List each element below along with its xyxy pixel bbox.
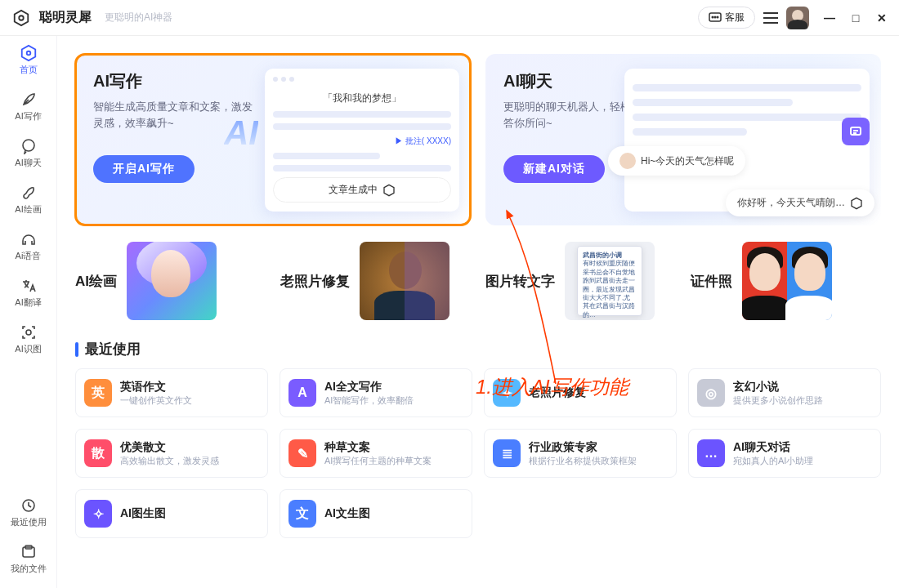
- feature-image: 武昌街的小调有时候到重庆随便采书总会不自觉地跑到武昌街去走一圈，最近发现武昌街大…: [565, 242, 655, 320]
- sidebar-item-label: AI识图: [4, 343, 53, 355]
- card-icon: ✦: [493, 379, 521, 407]
- cs-label: 客服: [725, 11, 745, 24]
- sidebar-item-label: AI翻译: [4, 296, 53, 309]
- feature-ocr[interactable]: 图片转文字 武昌街的小调有时候到重庆随便采书总会不自觉地跑到武昌街去走一圈，最近…: [485, 242, 676, 320]
- card-title: 种草文案: [324, 440, 432, 455]
- app-tagline: 更聪明的AI神器: [105, 11, 172, 24]
- recent-card[interactable]: ✧ AI图生图: [75, 489, 268, 538]
- hex-icon: [382, 184, 396, 197]
- svg-point-9: [26, 330, 31, 335]
- hero-ai-chat[interactable]: AI聊天 更聪明的聊天机器人，轻松对话，答你所问~ 新建AI对话 Hi~今天的天…: [485, 54, 881, 225]
- chat-bubble-icon: [709, 12, 722, 24]
- card-title: AI全文写作: [324, 380, 414, 394]
- recent-card[interactable]: ◎ 玄幻小说提供更多小说创作思路: [688, 368, 881, 417]
- feature-id-photo[interactable]: 证件照: [691, 242, 881, 320]
- svg-point-3: [712, 16, 713, 18]
- recent-card[interactable]: ✦ 老照片修复: [484, 368, 677, 417]
- recent-card[interactable]: 文 AI文生图: [280, 489, 472, 538]
- svg-marker-13: [384, 185, 394, 195]
- card-icon: ✧: [84, 500, 112, 528]
- feature-photo-restore[interactable]: 老照片修复: [280, 242, 471, 320]
- card-title: AI聊天对话: [733, 440, 813, 455]
- recent-section-heading: 最近使用: [75, 340, 881, 359]
- preview-title: 「我和我的梦想」: [273, 91, 451, 105]
- minimize-button[interactable]: —: [824, 11, 835, 24]
- translate-icon: [20, 278, 37, 294]
- card-subtitle: AI撰写任何主题的种草文案: [324, 455, 432, 467]
- sidebar: 首页 AI写作 AI聊天 AI绘画 Ai语音 AI翻译 AI识图 最: [0, 36, 57, 588]
- feather-icon: [20, 91, 37, 108]
- recent-card[interactable]: 英 英语作文一键创作英文作文: [75, 368, 268, 417]
- svg-point-8: [23, 140, 34, 151]
- feature-row: AI绘画 老照片修复 图片转文字 武昌街的小调有时候到重庆随便采书总会不自觉地跑…: [75, 242, 881, 320]
- card-subtitle: 宛如真人的AI小助理: [733, 455, 813, 467]
- window-controls: — □ ✕: [824, 11, 888, 24]
- card-icon: 散: [84, 439, 112, 467]
- recent-cards-grid: 英 英语作文一键创作英文作文A AI全文写作AI智能写作，效率翻倍✦ 老照片修复…: [75, 368, 881, 538]
- card-title: 玄幻小说: [733, 380, 823, 394]
- feature-title: AI绘画: [75, 272, 117, 291]
- card-icon: A: [288, 379, 316, 407]
- customer-service-button[interactable]: 客服: [698, 7, 755, 29]
- sidebar-item-chat[interactable]: AI聊天: [4, 137, 53, 169]
- recent-card[interactable]: A AI全文写作AI智能写作，效率翻倍: [280, 368, 472, 417]
- card-icon: …: [697, 439, 725, 467]
- sidebar-item-translate[interactable]: AI翻译: [4, 277, 53, 309]
- chat-preview: Hi~今天的天气怎样呢 你好呀，今天天气晴朗…: [624, 69, 870, 212]
- recent-card[interactable]: ✎ 种草文案AI撰写任何主题的种草文案: [280, 429, 472, 478]
- card-title: 英语作文: [120, 380, 192, 394]
- card-subtitle: 高效输出散文，激发灵感: [120, 455, 219, 467]
- feature-image: [742, 242, 832, 320]
- scan-icon: [20, 324, 37, 341]
- card-icon: ◎: [697, 379, 725, 407]
- svg-point-5: [717, 16, 718, 18]
- svg-marker-15: [852, 198, 861, 208]
- sidebar-item-write[interactable]: AI写作: [4, 91, 53, 122]
- sidebar-item-label: Ai语音: [4, 250, 53, 262]
- svg-point-4: [714, 16, 716, 18]
- app-logo-icon: [11, 8, 31, 28]
- clock-icon: [20, 497, 37, 514]
- sidebar-item-paint[interactable]: AI绘画: [4, 184, 53, 216]
- close-button[interactable]: ✕: [876, 11, 888, 24]
- recent-card[interactable]: … AI聊天对话宛如真人的AI小助理: [688, 429, 881, 478]
- card-subtitle: 根据行业名称提供政策框架: [529, 455, 637, 467]
- maximize-button[interactable]: □: [850, 11, 861, 24]
- titlebar: 聪明灵犀 更聪明的AI神器 客服 — □ ✕: [0, 0, 899, 36]
- card-subtitle: 提供更多小说创作思路: [733, 394, 823, 407]
- sidebar-item-files[interactable]: 我的文件: [4, 543, 53, 575]
- write-preview-card: AI 「我和我的梦想」 ▶ 批注( XXXX) 文章生成中: [265, 69, 459, 212]
- sidebar-item-vision[interactable]: AI识图: [4, 323, 53, 355]
- recent-card[interactable]: 散 优美散文高效输出散文，激发灵感: [75, 429, 268, 478]
- svg-point-7: [26, 51, 30, 56]
- card-icon: 英: [84, 379, 112, 407]
- sidebar-item-label: 我的文件: [4, 563, 53, 575]
- sidebar-item-recent[interactable]: 最近使用: [4, 497, 53, 528]
- ai-badge-icon: AI: [224, 114, 258, 153]
- card-title: 优美散文: [120, 440, 219, 455]
- new-chat-button[interactable]: 新建AI对话: [503, 155, 605, 183]
- feature-ai-paint[interactable]: AI绘画: [75, 242, 266, 320]
- card-icon: ✎: [288, 439, 316, 467]
- preview-note: ▶ 批注( XXXX): [273, 136, 451, 147]
- hamburger-menu[interactable]: [763, 12, 778, 24]
- user-avatar[interactable]: [786, 7, 809, 29]
- sidebar-item-home[interactable]: 首页: [4, 44, 53, 76]
- main-content: AI写作 智能生成高质量文章和文案，激发灵感，效率飙升~ 开启AI写作 AI 「…: [57, 36, 899, 588]
- card-subtitle: AI智能写作，效率翻倍: [324, 394, 414, 407]
- hero-ai-write[interactable]: AI写作 智能生成高质量文章和文案，激发灵感，效率飙升~ 开启AI写作 AI 「…: [75, 54, 471, 225]
- hex-icon: [850, 197, 863, 210]
- svg-point-1: [19, 16, 24, 20]
- sidebar-item-voice[interactable]: Ai语音: [4, 230, 53, 262]
- card-title: 行业政策专家: [529, 440, 637, 455]
- start-write-button[interactable]: 开启AI写作: [93, 155, 195, 183]
- chat-icon: [20, 138, 37, 154]
- app-name: 聪明灵犀: [39, 9, 92, 26]
- sidebar-item-label: AI聊天: [4, 157, 53, 169]
- card-subtitle: 一键创作英文作文: [120, 394, 192, 407]
- chat-bubble-1: Hi~今天的天气怎样呢: [608, 146, 745, 176]
- brush-icon: [20, 185, 37, 201]
- send-icon: [842, 118, 870, 145]
- recent-card[interactable]: ≣ 行业政策专家根据行业名称提供政策框架: [484, 429, 677, 478]
- feature-image: [127, 242, 217, 320]
